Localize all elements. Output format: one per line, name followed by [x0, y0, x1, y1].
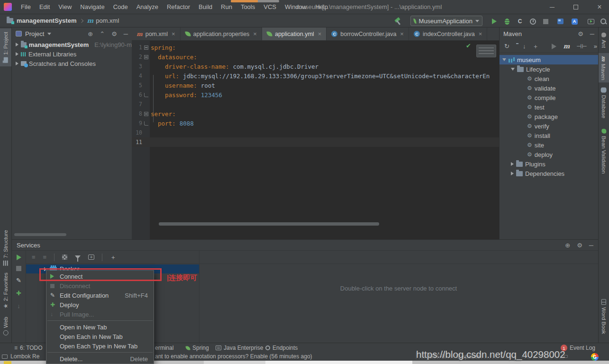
expand-arrow-icon[interactable] — [511, 162, 514, 166]
hide-panel-icon[interactable]: ─ — [589, 242, 593, 249]
open-in-new-tab-icon[interactable]: + — [88, 255, 94, 260]
menu-edit[interactable]: Edit — [35, 0, 54, 14]
run-button[interactable] — [490, 17, 499, 26]
fold-end-icon[interactable] — [144, 93, 148, 97]
add-service-icon[interactable]: ＋ — [110, 253, 116, 262]
menu-code[interactable]: Code — [109, 0, 132, 14]
lombok-message-left[interactable]: Lombok Re — [10, 352, 39, 361]
menu-file[interactable]: File — [17, 0, 35, 14]
maven-goal-deploy[interactable]: ⚙deploy — [500, 150, 598, 159]
expand-arrow-icon[interactable] — [511, 172, 514, 175]
sidebar-tab-favorites[interactable]: ★2: Favorites — [0, 270, 11, 310]
expand-arrow-icon[interactable] — [16, 52, 18, 56]
menu-item-edit-configuration[interactable]: ✎Edit ConfigurationShift+F4 — [46, 291, 154, 300]
settings-gear-icon[interactable]: ⚙ — [578, 30, 583, 37]
fold-end-icon[interactable] — [144, 121, 148, 126]
run-configuration-select[interactable]: MuseumApplication — [410, 16, 482, 26]
editor-horizontal-scrollbar[interactable] — [159, 222, 379, 226]
code-viewport[interactable]: 1spring: 2datasource: 3driver-class-name… — [132, 43, 499, 147]
maven-goal-site[interactable]: ⚙site — [500, 140, 598, 150]
breadcrumb-project[interactable]: managementSystem — [17, 17, 76, 24]
profiler-button[interactable] — [528, 17, 537, 26]
inspections-ok-icon[interactable]: ✔ — [466, 42, 471, 49]
maven-goal-verify[interactable]: ⚙verify — [500, 121, 598, 131]
fold-icon[interactable] — [144, 112, 148, 116]
build-hammer-icon[interactable] — [393, 17, 403, 26]
search-everywhere-icon[interactable] — [599, 17, 608, 26]
sidebar-tab-structure[interactable]: 7: Structure — [0, 227, 11, 269]
sidebar-tab-web[interactable]: Web — [0, 312, 11, 340]
tree-item-management-system[interactable]: managementSystem E:\lyking90-m — [12, 40, 132, 49]
maven-goal-install[interactable]: ⚙install — [500, 131, 598, 140]
tab-application-yml[interactable]: application.yml × — [262, 27, 327, 40]
sidebar-tab-maven[interactable]: mMaven — [599, 53, 609, 82]
close-tab-icon[interactable]: × — [253, 30, 257, 37]
sidebar-tab-bean-validation[interactable]: Bean Validation — [599, 123, 609, 179]
add-maven-project-icon[interactable]: ＋ — [532, 42, 538, 51]
fold-icon[interactable] — [144, 55, 148, 59]
more-actions-icon[interactable]: » — [594, 43, 597, 50]
expand-arrow-icon[interactable] — [16, 43, 18, 46]
tab-terminal-partial[interactable]: erminal — [155, 343, 173, 353]
filter-icon[interactable] — [75, 255, 81, 259]
maven-goal-package[interactable]: ⚙package — [500, 112, 598, 121]
skip-tests-icon[interactable]: ⊣⊢ — [576, 43, 587, 50]
maven-goal-validate[interactable]: ⚙validate — [500, 83, 598, 93]
menu-item-open-each-type-in-new-tab[interactable]: Open Each Type in New Tab — [46, 341, 154, 351]
collapse-arrow-icon[interactable] — [511, 68, 515, 71]
coverage-button[interactable]: C — [515, 17, 525, 26]
sidebar-tab-database[interactable]: Database — [599, 84, 609, 121]
sidebar-tab-ant[interactable]: Ant — [599, 28, 609, 52]
sidebar-tab-project[interactable]: 1: Project — [0, 28, 11, 66]
debug-button[interactable] — [502, 17, 512, 26]
tab-index-controller[interactable]: C indexController.java × — [409, 27, 487, 40]
tab-borrow-controller[interactable]: C borrowController.java × — [327, 27, 409, 40]
maven-root-museum[interactable]: museum — [500, 55, 598, 64]
deploy-icon[interactable]: ✚ — [16, 290, 21, 297]
settings-gear-icon[interactable]: ⚙ — [577, 242, 582, 249]
tree-item-scratches[interactable]: Scratches and Consoles — [12, 59, 132, 68]
project-panel-title[interactable]: Project — [25, 30, 44, 37]
execute-maven-goal-icon[interactable]: m — [563, 43, 570, 50]
menu-refactor[interactable]: Refactor — [163, 0, 194, 14]
maven-goal-clean[interactable]: ⚙clean — [500, 74, 598, 83]
close-tab-icon[interactable]: × — [400, 30, 404, 37]
maximize-button[interactable] — [568, 0, 584, 14]
maven-goal-test[interactable]: ⚙test — [500, 102, 598, 112]
collapse-arrow-icon[interactable] — [502, 58, 506, 61]
menu-item-delete[interactable]: Delete...Delete — [46, 354, 154, 364]
settings-gear-icon[interactable]: ⚙ — [111, 30, 117, 37]
connect-run-icon[interactable] — [17, 255, 21, 260]
tab-todo[interactable]: ≡6: TODO — [14, 343, 43, 353]
group-by-icon[interactable] — [62, 255, 67, 260]
close-tab-icon[interactable]: × — [479, 30, 482, 37]
horizontal-scrollbar[interactable] — [14, 233, 66, 236]
hide-panel-icon[interactable]: ─ — [590, 30, 594, 37]
close-button[interactable]: × — [591, 0, 608, 14]
preview-window-icon[interactable] — [586, 17, 596, 26]
project-structure-icon[interactable] — [555, 17, 565, 26]
menu-item-deploy[interactable]: ✚Deploy — [46, 300, 154, 309]
tab-application-properties[interactable]: application.properties × — [181, 27, 262, 40]
locate-file-icon[interactable]: ⊕ — [88, 30, 93, 37]
tab-java-enterprise[interactable]: Java Enterprise — [216, 343, 263, 353]
close-tab-icon[interactable]: × — [172, 30, 175, 37]
hide-panel-icon[interactable]: ─ — [124, 30, 128, 37]
maven-goal-compile[interactable]: ⚙compile — [500, 93, 598, 102]
tree-item-external-libraries[interactable]: External Libraries — [12, 49, 132, 59]
toolwindow-switcher-icon[interactable] — [2, 352, 8, 361]
menu-build[interactable]: Build — [194, 0, 217, 14]
reimport-icon[interactable]: ↻ — [504, 43, 509, 50]
maven-dependencies-node[interactable]: Dependencies — [500, 169, 598, 178]
collapse-all-icon[interactable]: ⌃ — [100, 30, 105, 37]
sidebar-tab-word-book[interactable]: Word Book — [599, 295, 609, 338]
menu-item-open-in-new-tab[interactable]: Open in New Tab — [46, 322, 154, 332]
inspection-preview-widget[interactable] — [476, 45, 496, 57]
menu-item-open-each-in-new-tab[interactable]: Open Each in New Tab — [46, 332, 154, 341]
expand-arrow-icon[interactable] — [16, 62, 18, 65]
lombok-message-right[interactable]: ant to enable annotation processors? Ena… — [155, 352, 312, 361]
translate-plugin-icon[interactable]: A — [570, 17, 579, 26]
locate-icon[interactable]: ⊕ — [565, 242, 570, 249]
chevron-down-icon[interactable] — [47, 33, 51, 35]
tab-spring[interactable]: Spring — [186, 343, 209, 353]
